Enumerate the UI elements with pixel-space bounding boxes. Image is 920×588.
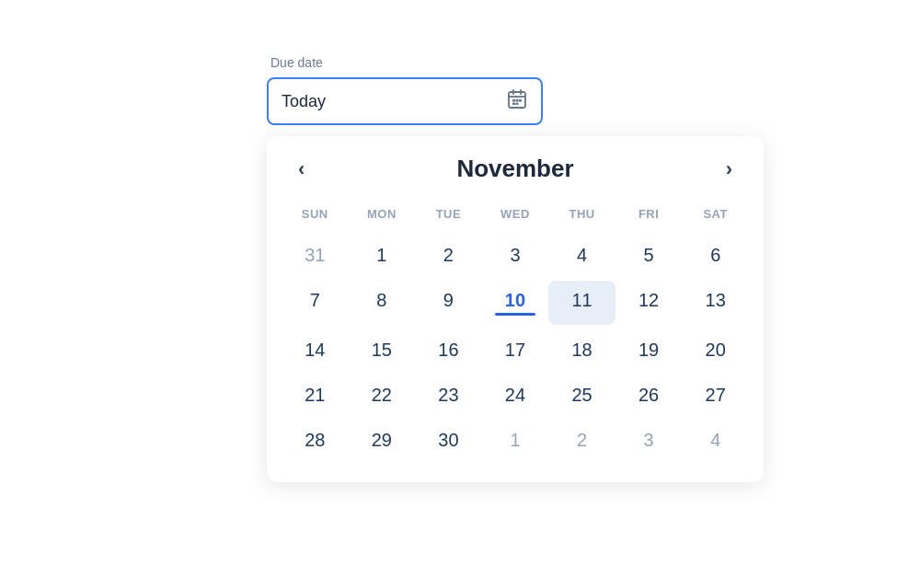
calendar-day[interactable]: 18 (548, 330, 615, 370)
date-picker-container: Due date Today ‹ November › SUNMON (267, 55, 764, 482)
day-header: WED (482, 202, 549, 230)
calendar-day[interactable]: 23 (415, 375, 482, 415)
calendar-day[interactable]: 17 (482, 330, 549, 370)
calendar-header: ‹ November › (282, 155, 749, 183)
day-header: MON (349, 202, 416, 230)
calendar-day[interactable]: 6 (682, 236, 749, 275)
calendar-day[interactable]: 15 (349, 330, 416, 370)
day-header: THU (548, 202, 615, 230)
calendar-day[interactable]: 1 (349, 236, 416, 275)
calendar-day[interactable]: 31 (282, 236, 349, 275)
calendar-day[interactable]: 30 (415, 421, 482, 460)
next-month-button[interactable]: › (717, 156, 742, 183)
svg-rect-8 (516, 102, 519, 105)
date-input[interactable]: Today (267, 77, 543, 125)
due-date-label: Due date (270, 55, 323, 70)
calendar-day[interactable]: 28 (282, 421, 349, 460)
calendar-day[interactable]: 3 (482, 236, 549, 275)
calendar-day[interactable]: 19 (615, 330, 683, 370)
calendar-day[interactable]: 22 (349, 375, 416, 415)
calendar-popup: ‹ November › SUNMONTUEWEDTHUFRISAT311234… (267, 136, 764, 482)
date-input-value: Today (282, 92, 326, 111)
svg-rect-6 (519, 99, 522, 102)
calendar-day[interactable]: 3 (615, 421, 683, 460)
day-header: SAT (682, 202, 749, 230)
calendar-day[interactable]: 29 (349, 421, 416, 460)
calendar-day[interactable]: 4 (548, 236, 615, 275)
calendar-day[interactable]: 24 (482, 375, 549, 415)
day-header: TUE (415, 202, 482, 230)
calendar-day[interactable]: 10 (482, 281, 549, 325)
calendar-day[interactable]: 1 (482, 421, 549, 460)
calendar-day[interactable]: 21 (282, 375, 349, 415)
calendar-day[interactable]: 2 (548, 421, 615, 460)
calendar-day[interactable]: 4 (682, 421, 749, 460)
calendar-day[interactable]: 9 (415, 281, 482, 325)
calendar-day[interactable]: 11 (548, 281, 615, 325)
calendar-day[interactable]: 20 (682, 330, 749, 370)
svg-rect-5 (516, 99, 519, 102)
day-header: SUN (282, 202, 349, 230)
calendar-day[interactable]: 12 (615, 281, 683, 325)
calendar-day[interactable]: 16 (415, 330, 482, 370)
calendar-day[interactable]: 7 (282, 281, 349, 325)
calendar-day[interactable]: 27 (682, 375, 749, 415)
calendar-day[interactable]: 26 (615, 375, 683, 415)
calendar-day[interactable]: 13 (682, 281, 749, 325)
calendar-grid: SUNMONTUEWEDTHUFRISAT3112345678910111213… (282, 202, 749, 460)
svg-rect-4 (512, 99, 515, 102)
prev-month-button[interactable]: ‹ (289, 156, 314, 183)
calendar-day[interactable]: 14 (282, 330, 349, 370)
month-title: November (456, 155, 573, 183)
calendar-day[interactable]: 5 (615, 236, 683, 275)
calendar-day[interactable]: 2 (415, 236, 482, 275)
calendar-day[interactable]: 8 (349, 281, 416, 325)
day-header: FRI (615, 202, 683, 230)
calendar-day[interactable]: 25 (548, 375, 615, 415)
calendar-icon (506, 88, 528, 115)
svg-rect-7 (512, 102, 515, 105)
